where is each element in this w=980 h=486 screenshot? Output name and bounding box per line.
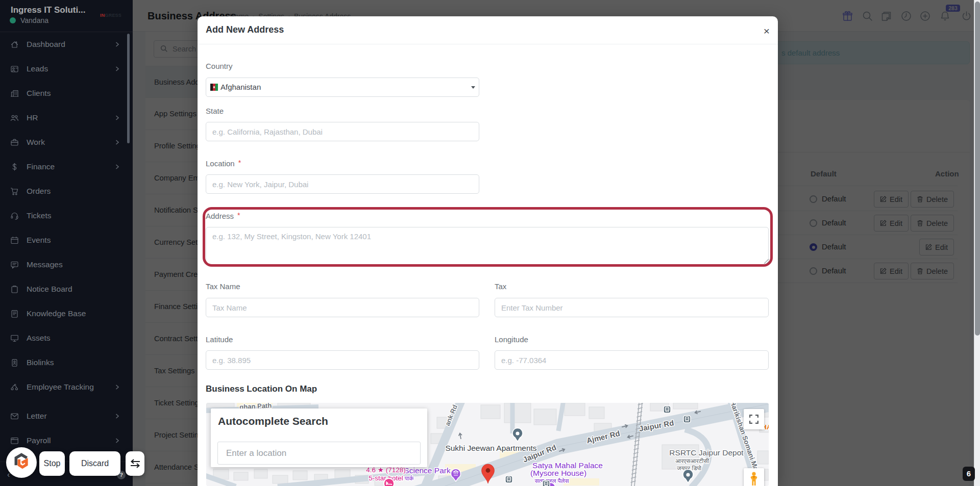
map-building (589, 407, 604, 419)
hotel-poi-icon (384, 478, 394, 486)
recorder-logo-button[interactable] (6, 447, 37, 478)
map-building (206, 403, 234, 407)
state-field-wrap (206, 122, 479, 141)
chevron-down-icon (471, 86, 475, 89)
country-label: Country (206, 62, 233, 70)
map-section-heading: Business Location On Map (206, 384, 317, 394)
tax-label: Tax (495, 282, 506, 291)
tax-name-input[interactable] (206, 298, 479, 317)
country-select[interactable]: Afghanistan (206, 78, 479, 97)
modal-title: Add New Address (206, 24, 284, 35)
map-label: आरएसआरटीसी (675, 457, 709, 465)
tax-field-wrap (495, 298, 769, 317)
tax-name-label: Tax Name (206, 282, 240, 291)
close-icon[interactable]: × (759, 23, 774, 39)
bus-stop-icon (664, 406, 671, 413)
modal-header-divider (198, 44, 778, 44)
discard-button[interactable]: Discard (69, 451, 120, 476)
longitude-label: Longitude (495, 335, 528, 344)
map-building (757, 451, 769, 464)
map-building (481, 405, 500, 419)
autocomplete-title: Autocomplete Search (218, 415, 328, 427)
country-value: Afghanistan (220, 83, 261, 91)
tax-number-input[interactable] (495, 298, 769, 317)
map-label: (Mysore House) (530, 469, 586, 477)
afghanistan-flag-icon (210, 84, 218, 91)
map-building (504, 403, 531, 423)
map-building (673, 403, 698, 409)
map-label: Science Park (404, 466, 451, 475)
bus-stop-icon (505, 476, 512, 483)
bus-stop-icon (683, 416, 691, 423)
pegman-button[interactable] (744, 468, 764, 486)
autocomplete-input-wrap (217, 442, 421, 465)
state-label: State (206, 107, 224, 115)
page-scrollbar-thumb[interactable] (975, 2, 980, 336)
latitude-field-wrap (206, 350, 479, 370)
state-input[interactable] (206, 122, 479, 141)
map-building (254, 469, 267, 478)
location-field-wrap (206, 174, 479, 194)
location-autocomplete-input[interactable] (217, 442, 421, 465)
map-label: Sukhi Jeewan Apartments (445, 444, 536, 452)
latitude-label: Latitude (206, 335, 233, 344)
latitude-input[interactable] (206, 350, 479, 370)
map-commercial-area (564, 478, 599, 485)
map-building (534, 409, 556, 425)
map-building (565, 403, 585, 416)
location-input[interactable] (206, 174, 479, 194)
business-location-map[interactable]: Sukhi Jeewan ApartmentsJaipur RdAjmer Rd… (206, 403, 769, 486)
map-label: 4.6 ★ (7128) (366, 466, 405, 474)
location-label: Location* (206, 159, 241, 168)
map-label: RSRTC Jaipur Depot (669, 448, 744, 457)
map-building (273, 475, 288, 483)
page-scrollbar[interactable] (974, 0, 980, 486)
backdrop-sidebar (0, 0, 133, 486)
bus-stop-icon (543, 480, 550, 486)
map-building (293, 471, 307, 480)
collapse-chevron-icon[interactable]: ‹ (7, 470, 10, 479)
tax-name-field-wrap (206, 298, 479, 317)
map-building (234, 472, 248, 480)
longitude-field-wrap (495, 350, 769, 370)
swap-arrows-button[interactable] (126, 451, 144, 476)
step-counter-badge: 6 (963, 467, 975, 481)
fullscreen-button[interactable] (744, 409, 764, 429)
longitude-input[interactable] (495, 350, 769, 370)
stop-button[interactable]: Stop (39, 451, 65, 476)
autocomplete-search-card: Autocomplete Search (211, 408, 427, 467)
address-highlight-annotation (203, 207, 773, 267)
